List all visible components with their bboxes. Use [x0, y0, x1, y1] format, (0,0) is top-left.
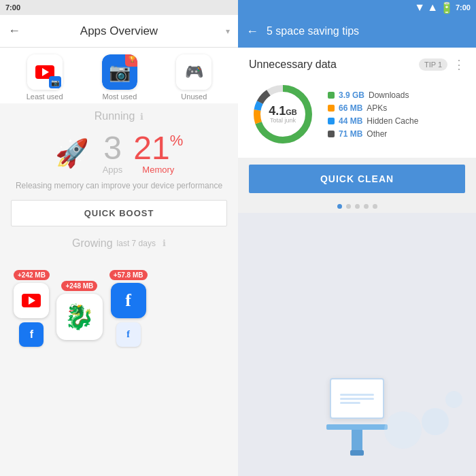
- unused-label: Unused: [181, 92, 207, 101]
- memory-num: 21: [133, 132, 169, 165]
- legend-size-apks: 66 MB: [339, 103, 362, 113]
- legend-dot-other: [328, 131, 335, 137]
- bubble-3: [384, 411, 422, 449]
- donut-chart: 4.1GB Total junk: [249, 80, 317, 148]
- grow-badge-dragon: +248 MB: [61, 281, 97, 291]
- apps-count: 3: [103, 132, 122, 165]
- tip-section: Unnecessary data TIP 1 ⋮: [238, 48, 476, 158]
- grow-badge-youtube: +242 MB: [14, 270, 50, 280]
- legend-dot-cache: [328, 118, 335, 124]
- grow-small-fb2: f: [116, 322, 141, 347]
- dropdown-arrow[interactable]: ▾: [226, 27, 230, 36]
- legend-apks: 66 MB APKs: [328, 103, 418, 113]
- right-panel: ← 5 space saving tips Unnecessary data T…: [238, 15, 476, 476]
- back-button-left[interactable]: ←: [8, 24, 20, 38]
- funnel-container: [326, 378, 388, 456]
- grow-icon-dragon: 🐉: [56, 294, 103, 340]
- funnel-base: [326, 424, 388, 430]
- app-icon-youtube: 📷: [27, 54, 63, 90]
- apps-stat: 3 Apps: [103, 132, 123, 175]
- info-icon-growing[interactable]: ℹ: [163, 238, 166, 248]
- grow-badge-facebook: +57.8 MB: [109, 270, 148, 280]
- main-container: ← Apps Overview ▾ 📷 Least used 📷: [0, 15, 476, 476]
- legend-dot-downloads: [328, 92, 335, 99]
- funnel-stem: [352, 430, 362, 450]
- time-left: 7:00: [5, 3, 20, 12]
- app-icon-camera: 📷 🏆: [102, 54, 137, 90]
- bubble-1: [422, 408, 449, 435]
- most-used-label: Most used: [103, 92, 137, 101]
- legend-size-cache: 44 MB: [339, 116, 362, 126]
- apps-label: Apps: [103, 165, 123, 175]
- back-button-right[interactable]: ←: [246, 24, 258, 39]
- legend-cache: 44 MB Hidden Cache: [328, 116, 418, 126]
- tip-title: Unnecessary data: [249, 58, 337, 71]
- legend-downloads: 3.9 GB Downloads: [328, 90, 418, 100]
- tip-badge: TIP 1: [419, 58, 447, 71]
- dot-1[interactable]: [337, 204, 342, 209]
- grow-icon-facebook: f: [111, 283, 146, 318]
- paper-icon: [330, 378, 384, 419]
- grow-icon-youtube: [14, 283, 49, 318]
- donut-sublabel: Total junk: [269, 117, 297, 124]
- app-item-unused[interactable]: 🎮 Unused: [176, 54, 211, 101]
- legend-dot-apks: [328, 105, 335, 112]
- growing-sublabel: last 7 days: [117, 239, 156, 248]
- tip-header: Unnecessary data TIP 1 ⋮: [249, 57, 465, 72]
- legend-name-downloads: Downloads: [369, 90, 409, 100]
- page-title-right: 5 space saving tips: [267, 25, 468, 37]
- running-subtext: Releasing memory can improve your device…: [0, 177, 238, 194]
- line-2: [340, 398, 374, 400]
- app-icon-unused: 🎮: [176, 54, 211, 90]
- grow-app-dragon[interactable]: +248 MB 🐉: [56, 281, 103, 340]
- grow-app-facebook[interactable]: +57.8 MB f f: [109, 270, 148, 347]
- running-content: 🚀 3 Apps 21 % Memory: [0, 126, 238, 177]
- cleaner-scene: [238, 213, 476, 476]
- running-title: Running ℹ: [11, 110, 227, 122]
- memory-percent: %: [170, 132, 184, 150]
- wifi-icon: ▲: [427, 1, 438, 14]
- cleaning-visual: [238, 213, 476, 476]
- running-section: Running ℹ: [0, 103, 238, 126]
- legend-name-other: Other: [367, 129, 387, 139]
- growing-apps-row: +242 MB f +248 MB 🐉 +57.8 MB f: [0, 250, 238, 354]
- growing-title: Growing: [72, 237, 113, 250]
- quick-clean-button[interactable]: QUICK CLEAN: [249, 165, 465, 193]
- legend-size-downloads: 3.9 GB: [339, 90, 364, 100]
- app-item-most-used[interactable]: 📷 🏆 Most used: [102, 54, 137, 101]
- dot-2[interactable]: [346, 204, 351, 209]
- badge-most: 🏆: [125, 54, 137, 67]
- overlay-icon: 📷: [49, 76, 61, 88]
- tip-content: 4.1GB Total junk 3.9 GB Downloads 66 MB: [249, 80, 465, 148]
- dot-4[interactable]: [364, 204, 369, 209]
- memory-label: Memory: [142, 165, 174, 175]
- memory-stat: 21 % Memory: [133, 132, 183, 175]
- app-item-least-used[interactable]: 📷 Least used: [27, 54, 63, 101]
- rocket-icon: 🚀: [55, 137, 89, 169]
- dot-5[interactable]: [373, 204, 377, 209]
- page-title-left: Apps Overview: [80, 24, 158, 38]
- legend-name-cache: Hidden Cache: [367, 116, 418, 126]
- apps-row: 📷 Least used 📷 🏆 Most used 🎮 Un: [0, 48, 238, 103]
- running-stats: 3 Apps 21 % Memory: [103, 132, 184, 175]
- quick-boost-button[interactable]: QUICK BOOST: [11, 200, 227, 226]
- right-header: ← 5 space saving tips: [238, 15, 476, 48]
- least-used-label: Least used: [27, 92, 63, 101]
- info-icon-running[interactable]: ℹ: [140, 112, 143, 122]
- tip-badge-area: TIP 1 ⋮: [419, 57, 465, 72]
- grow-app-youtube[interactable]: +242 MB f: [14, 270, 50, 347]
- bubble-2: [445, 391, 462, 408]
- funnel-tip: [350, 450, 364, 456]
- legend-name-apks: APKs: [367, 103, 387, 113]
- signal-icon: ▼: [414, 1, 425, 14]
- more-options-icon[interactable]: ⋮: [453, 57, 465, 72]
- legend-size-other: 71 MB: [339, 129, 362, 139]
- carousel-dots: [238, 200, 476, 213]
- line-3: [340, 402, 360, 404]
- donut-label: 4.1GB Total junk: [269, 105, 297, 124]
- battery-icon: 🔋: [440, 1, 454, 14]
- dot-3[interactable]: [355, 204, 360, 209]
- status-bar: 7:00 ▼ ▲ 🔋 7:00: [0, 0, 476, 15]
- legend-other: 71 MB Other: [328, 129, 418, 139]
- line-1: [340, 394, 374, 396]
